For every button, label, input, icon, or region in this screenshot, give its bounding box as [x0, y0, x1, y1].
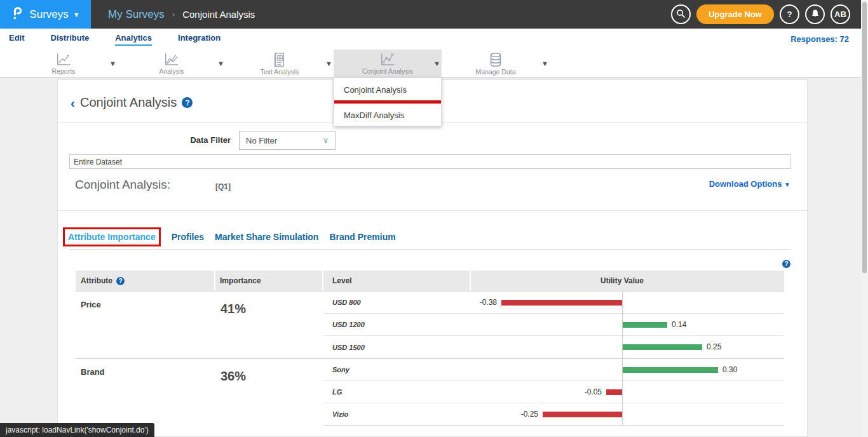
download-options-link[interactable]: Download Options ▼: [709, 179, 790, 189]
column-header-level: Level: [323, 271, 471, 291]
chevron-down-icon: ▼: [73, 11, 80, 18]
utility-value-label: -0.38: [480, 292, 497, 314]
divider: [58, 210, 808, 211]
dataset-field[interactable]: [69, 154, 790, 169]
data-filter-value: No Filter: [246, 136, 277, 145]
chevron-down-icon[interactable]: ▼: [217, 60, 224, 67]
chevron-down-icon[interactable]: ▼: [109, 60, 116, 67]
data-filter-select[interactable]: No Filter ∨: [239, 131, 336, 150]
attribute-name: Price: [76, 292, 215, 358]
column-header-importance: Importance: [215, 271, 323, 291]
utility-value-label: 0.25: [707, 336, 721, 358]
tab-market-share-simulation[interactable]: Market Share Simulation: [215, 232, 318, 242]
utility-bar: [501, 300, 622, 306]
chevron-down-icon: ▼: [784, 181, 790, 188]
utility-bar: [623, 344, 702, 350]
utility-bar: [606, 389, 622, 395]
toolbar-item-label: Manage Data: [475, 68, 515, 76]
notifications-button[interactable]: [805, 4, 825, 24]
level-label: LG: [323, 381, 471, 403]
chevron-down-icon[interactable]: ▼: [541, 60, 548, 67]
back-chevron-icon[interactable]: ‹: [71, 97, 75, 109]
tab-brand-premium[interactable]: Brand Premium: [329, 232, 395, 242]
level-label: Sony: [323, 359, 471, 380]
tab-attribute-importance[interactable]: Attribute Importance: [68, 232, 156, 242]
top-header: Surveys ▼ My Surveys › Conjoint Analysis…: [0, 0, 868, 29]
survey-nav: Edit Distribute Analytics Integration Re…: [0, 29, 868, 50]
chevron-down-icon[interactable]: ▼: [325, 60, 332, 67]
search-icon: [676, 9, 686, 20]
attribute-help-icon[interactable]: ?: [116, 277, 125, 285]
level-label: Vizio: [323, 403, 471, 425]
toolbar-item-label: Reports: [52, 67, 76, 75]
product-name: Surveys: [29, 8, 68, 21]
toolbar-item-manage-data[interactable]: Manage Data ▼: [442, 50, 550, 77]
nav-item-analytics[interactable]: Analytics: [115, 33, 152, 46]
page-help-icon[interactable]: ?: [182, 97, 193, 108]
table-help-icon[interactable]: ?: [782, 260, 790, 268]
upgrade-now-button[interactable]: Upgrade Now: [696, 4, 774, 24]
document-grid-icon: [272, 52, 287, 67]
annotation-red-box: Attribute Importance: [63, 227, 161, 246]
toolbar-item-conjoint-analysis[interactable]: Conjoint Analysis ▼: [334, 50, 442, 77]
level-label: USD 1200: [323, 314, 471, 335]
nav-item-integration[interactable]: Integration: [178, 33, 220, 46]
utility-value-label: 0.14: [672, 314, 686, 336]
level-label: USD 800: [323, 292, 471, 313]
nav-item-distribute[interactable]: Distribute: [51, 33, 90, 46]
tab-profiles[interactable]: Profiles: [172, 232, 204, 242]
importance-value: 36%: [215, 359, 323, 426]
bell-icon: [811, 9, 820, 20]
attribute-name: Brand: [76, 359, 215, 426]
search-button[interactable]: [671, 4, 691, 24]
conjoint-analysis-panel: ‹ Conjoint Analysis ? Data Filter No Fil…: [57, 79, 808, 437]
level-row: USD 800 -0.38: [323, 292, 784, 314]
multi-line-chart-icon: [163, 52, 180, 67]
divider: [69, 249, 790, 250]
surveys-logo-menu[interactable]: Surveys ▼: [0, 0, 91, 29]
utility-bar: [543, 412, 622, 417]
level-row: Sony 0.30: [323, 359, 784, 381]
menu-item-conjoint-analysis[interactable]: Conjoint Analysis: [334, 78, 441, 100]
section-title: Conjoint Analysis:: [75, 178, 170, 192]
scrollbar-thumb[interactable]: [862, 2, 867, 273]
level-row: LG -0.05: [323, 381, 784, 403]
breadcrumb-my-surveys[interactable]: My Surveys: [108, 8, 165, 21]
scrollbar-track[interactable]: [861, 0, 868, 437]
breadcrumb-separator-icon: ›: [172, 10, 175, 19]
attribute-importance-table: Attribute? Importance Level Utility Valu…: [76, 271, 784, 426]
toolbar-item-text-analysis[interactable]: Text Analysis ▼: [226, 50, 334, 77]
utility-value-label: -0.25: [521, 403, 538, 426]
importance-value: 41%: [215, 292, 323, 358]
attribute-group-price: Price 41% USD 800 -0.38 USD 1200 0.14: [76, 291, 784, 358]
help-button[interactable]: ?: [780, 4, 799, 24]
breadcrumb-current: Conjoint Analysis: [182, 9, 255, 20]
breadcrumb: My Surveys › Conjoint Analysis: [108, 8, 255, 21]
database-icon: [488, 52, 503, 67]
menu-item-maxdiff-analysis[interactable]: MaxDiff Analysis: [334, 104, 441, 126]
scatter-chart-icon: [379, 52, 396, 67]
toolbar-item-analysis[interactable]: Analysis ▼: [118, 50, 226, 77]
question-reference: [Q1]: [215, 182, 231, 191]
questionpro-logo-icon: [11, 5, 25, 24]
responses-count[interactable]: Responses: 72: [790, 34, 849, 44]
table-header: Attribute? Importance Level Utility Valu…: [76, 271, 784, 291]
results-tabs: Attribute Importance Profiles Market Sha…: [63, 227, 396, 246]
data-filter-label: Data Filter: [190, 135, 231, 145]
avatar[interactable]: AB: [831, 4, 850, 24]
link-status-bar: javascript: loadNavLink('showConjoint.do…: [0, 423, 154, 437]
toolbar-item-label: Text Analysis: [261, 68, 299, 76]
page-title: Conjoint Analysis: [80, 95, 177, 110]
toolbar-item-label: Conjoint Analysis: [362, 67, 413, 75]
utility-bar: [623, 367, 718, 373]
utility-bar: [623, 322, 667, 328]
level-row: USD 1200 0.14: [323, 314, 784, 336]
line-chart-icon: [55, 52, 72, 67]
nav-item-edit[interactable]: Edit: [9, 33, 25, 46]
level-label: USD 1500: [323, 336, 471, 358]
utility-value-label: 0.30: [722, 359, 737, 381]
chevron-down-icon[interactable]: ▼: [433, 60, 440, 67]
analytics-toolbar: Reports ▼ Analysis ▼ Text Analysis ▼ Con…: [0, 50, 868, 77]
toolbar-item-reports[interactable]: Reports ▼: [10, 50, 118, 77]
level-row: Vizio -0.25: [323, 403, 784, 426]
